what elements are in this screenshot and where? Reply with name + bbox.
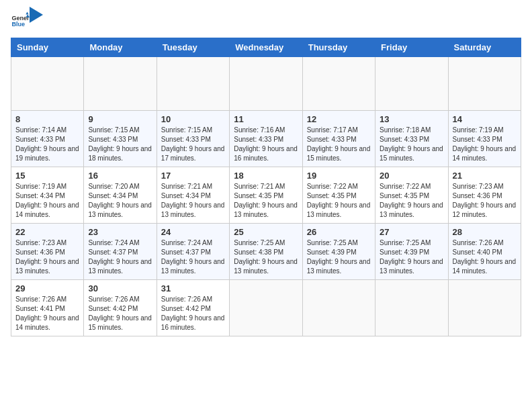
day-info: Sunrise: 7:16 AMSunset: 4:33 PMDaylight:… bbox=[234, 126, 298, 163]
day-info: Sunrise: 7:15 AMSunset: 4:33 PMDaylight:… bbox=[161, 126, 225, 163]
calendar-table: SundayMondayTuesdayWednesdayThursdayFrid… bbox=[11, 38, 521, 336]
day-info: Sunrise: 7:14 AMSunset: 4:33 PMDaylight:… bbox=[15, 126, 79, 163]
calendar-cell: 30Sunrise: 7:26 AMSunset: 4:42 PMDayligh… bbox=[84, 280, 157, 336]
day-info: Sunrise: 7:19 AMSunset: 4:34 PMDaylight:… bbox=[15, 182, 79, 220]
day-info: Sunrise: 7:23 AMSunset: 4:36 PMDaylight:… bbox=[453, 182, 517, 220]
day-number: 9 bbox=[88, 114, 152, 124]
calendar-cell: 14Sunrise: 7:19 AMSunset: 4:33 PMDayligh… bbox=[448, 111, 521, 167]
svg-text:Blue: Blue bbox=[11, 21, 25, 28]
day-number: 27 bbox=[380, 227, 443, 237]
svg-marker-4 bbox=[30, 7, 43, 23]
day-number: 30 bbox=[88, 283, 152, 293]
calendar-cell: 15Sunrise: 7:19 AMSunset: 4:34 PMDayligh… bbox=[11, 167, 84, 224]
day-number: 10 bbox=[161, 114, 225, 124]
day-header-thursday: Thursday bbox=[302, 38, 375, 57]
svg-marker-2 bbox=[26, 11, 28, 14]
calendar-cell: 31Sunrise: 7:26 AMSunset: 4:42 PMDayligh… bbox=[157, 280, 229, 336]
calendar-cell: 27Sunrise: 7:25 AMSunset: 4:39 PMDayligh… bbox=[375, 224, 448, 280]
calendar-cell bbox=[11, 57, 84, 111]
day-info: Sunrise: 7:21 AMSunset: 4:34 PMDaylight:… bbox=[161, 182, 225, 220]
calendar-week-1 bbox=[11, 57, 521, 111]
day-info: Sunrise: 7:18 AMSunset: 4:33 PMDaylight:… bbox=[380, 126, 443, 163]
calendar-cell: 26Sunrise: 7:25 AMSunset: 4:39 PMDayligh… bbox=[302, 224, 375, 280]
day-header-saturday: Saturday bbox=[448, 38, 521, 57]
day-number: 14 bbox=[453, 114, 517, 124]
day-info: Sunrise: 7:24 AMSunset: 4:37 PMDaylight:… bbox=[161, 238, 225, 276]
day-number: 31 bbox=[161, 283, 225, 293]
calendar-cell: 19Sunrise: 7:22 AMSunset: 4:35 PMDayligh… bbox=[302, 167, 375, 224]
day-number: 17 bbox=[161, 171, 225, 181]
day-number: 22 bbox=[15, 227, 79, 237]
day-info: Sunrise: 7:23 AMSunset: 4:36 PMDaylight:… bbox=[15, 238, 79, 276]
day-info: Sunrise: 7:20 AMSunset: 4:34 PMDaylight:… bbox=[88, 182, 152, 220]
day-info: Sunrise: 7:21 AMSunset: 4:35 PMDaylight:… bbox=[234, 182, 298, 220]
day-number: 13 bbox=[380, 114, 443, 124]
header: General Blue bbox=[11, 11, 521, 30]
day-number: 15 bbox=[15, 171, 79, 181]
calendar-cell: 18Sunrise: 7:21 AMSunset: 4:35 PMDayligh… bbox=[230, 167, 302, 224]
day-info: Sunrise: 7:22 AMSunset: 4:35 PMDaylight:… bbox=[307, 182, 371, 220]
calendar-cell: 20Sunrise: 7:22 AMSunset: 4:35 PMDayligh… bbox=[375, 167, 448, 224]
calendar-cell: 16Sunrise: 7:20 AMSunset: 4:34 PMDayligh… bbox=[84, 167, 157, 224]
calendar-cell: 17Sunrise: 7:21 AMSunset: 4:34 PMDayligh… bbox=[157, 167, 229, 224]
calendar-cell bbox=[302, 280, 375, 336]
day-info: Sunrise: 7:17 AMSunset: 4:33 PMDaylight:… bbox=[307, 126, 371, 163]
day-number: 26 bbox=[307, 227, 371, 237]
day-info: Sunrise: 7:25 AMSunset: 4:39 PMDaylight:… bbox=[307, 238, 371, 276]
calendar-cell bbox=[230, 280, 302, 336]
day-info: Sunrise: 7:26 AMSunset: 4:42 PMDaylight:… bbox=[161, 295, 225, 332]
day-info: Sunrise: 7:15 AMSunset: 4:33 PMDaylight:… bbox=[88, 126, 152, 163]
day-info: Sunrise: 7:19 AMSunset: 4:33 PMDaylight:… bbox=[453, 126, 517, 163]
day-number: 24 bbox=[161, 227, 225, 237]
calendar-cell: 25Sunrise: 7:25 AMSunset: 4:38 PMDayligh… bbox=[230, 224, 302, 280]
day-header-wednesday: Wednesday bbox=[230, 38, 302, 57]
day-number: 18 bbox=[234, 171, 298, 181]
day-info: Sunrise: 7:25 AMSunset: 4:38 PMDaylight:… bbox=[234, 238, 298, 276]
calendar-cell: 24Sunrise: 7:24 AMSunset: 4:37 PMDayligh… bbox=[157, 224, 229, 280]
calendar-cell: 8Sunrise: 7:14 AMSunset: 4:33 PMDaylight… bbox=[11, 111, 84, 167]
day-info: Sunrise: 7:26 AMSunset: 4:42 PMDaylight:… bbox=[88, 295, 152, 332]
calendar-cell: 28Sunrise: 7:26 AMSunset: 4:40 PMDayligh… bbox=[448, 224, 521, 280]
calendar-week-5: 29Sunrise: 7:26 AMSunset: 4:41 PMDayligh… bbox=[11, 280, 521, 336]
calendar-cell bbox=[84, 57, 157, 111]
calendar-week-2: 8Sunrise: 7:14 AMSunset: 4:33 PMDaylight… bbox=[11, 111, 521, 167]
day-info: Sunrise: 7:26 AMSunset: 4:40 PMDaylight:… bbox=[453, 238, 517, 276]
day-number: 25 bbox=[234, 227, 298, 237]
calendar-cell: 22Sunrise: 7:23 AMSunset: 4:36 PMDayligh… bbox=[11, 224, 84, 280]
day-header-tuesday: Tuesday bbox=[157, 38, 229, 57]
day-header-sunday: Sunday bbox=[11, 38, 84, 57]
day-number: 28 bbox=[453, 227, 517, 237]
calendar-cell: 10Sunrise: 7:15 AMSunset: 4:33 PMDayligh… bbox=[157, 111, 229, 167]
day-number: 8 bbox=[15, 114, 79, 124]
day-info: Sunrise: 7:24 AMSunset: 4:37 PMDaylight:… bbox=[88, 238, 152, 276]
day-info: Sunrise: 7:25 AMSunset: 4:39 PMDaylight:… bbox=[380, 238, 443, 276]
logo: General Blue bbox=[11, 11, 43, 30]
calendar-cell bbox=[230, 57, 302, 111]
day-number: 19 bbox=[307, 171, 371, 181]
calendar-cell: 29Sunrise: 7:26 AMSunset: 4:41 PMDayligh… bbox=[11, 280, 84, 336]
calendar-cell: 21Sunrise: 7:23 AMSunset: 4:36 PMDayligh… bbox=[448, 167, 521, 224]
day-number: 21 bbox=[453, 171, 517, 181]
day-number: 23 bbox=[88, 227, 152, 237]
calendar-cell: 11Sunrise: 7:16 AMSunset: 4:33 PMDayligh… bbox=[230, 111, 302, 167]
day-number: 11 bbox=[234, 114, 298, 124]
calendar-cell: 9Sunrise: 7:15 AMSunset: 4:33 PMDaylight… bbox=[84, 111, 157, 167]
day-info: Sunrise: 7:22 AMSunset: 4:35 PMDaylight:… bbox=[380, 182, 443, 220]
day-number: 16 bbox=[88, 171, 152, 181]
day-info: Sunrise: 7:26 AMSunset: 4:41 PMDaylight:… bbox=[15, 295, 79, 332]
calendar-cell: 12Sunrise: 7:17 AMSunset: 4:33 PMDayligh… bbox=[302, 111, 375, 167]
day-number: 12 bbox=[307, 114, 371, 124]
calendar-cell: 13Sunrise: 7:18 AMSunset: 4:33 PMDayligh… bbox=[375, 111, 448, 167]
calendar-cell bbox=[302, 57, 375, 111]
calendar-cell bbox=[375, 280, 448, 336]
calendar-cell bbox=[375, 57, 448, 111]
calendar-cell: 23Sunrise: 7:24 AMSunset: 4:37 PMDayligh… bbox=[84, 224, 157, 280]
calendar-week-3: 15Sunrise: 7:19 AMSunset: 4:34 PMDayligh… bbox=[11, 167, 521, 224]
day-number: 29 bbox=[15, 283, 79, 293]
calendar-cell bbox=[157, 57, 229, 111]
calendar-week-4: 22Sunrise: 7:23 AMSunset: 4:36 PMDayligh… bbox=[11, 224, 521, 280]
day-header-friday: Friday bbox=[375, 38, 448, 57]
calendar-cell bbox=[448, 57, 521, 111]
day-number: 20 bbox=[380, 171, 443, 181]
calendar-cell bbox=[448, 280, 521, 336]
